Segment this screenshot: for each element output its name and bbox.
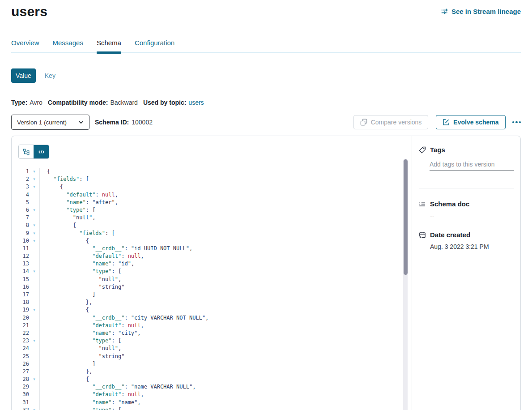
meta-item: Compatibility mode:Backward — [48, 99, 138, 106]
fold-gutter — [29, 360, 40, 368]
fold-toggle-icon[interactable]: ▾ — [29, 175, 40, 183]
code-line: 30 "default": null, — [12, 391, 412, 398]
code-line: 4 "default": null, — [12, 191, 412, 199]
fold-gutter — [29, 322, 40, 329]
code-view-button[interactable] — [34, 145, 49, 158]
compare-versions-button[interactable]: Compare versions — [353, 115, 429, 129]
code-line: 1▾{ — [12, 168, 412, 175]
tab-schema[interactable]: Schema — [97, 39, 121, 52]
meta-value: Avro — [30, 99, 43, 106]
code-line: 7 "null", — [12, 214, 412, 222]
fold-toggle-icon[interactable]: ▾ — [29, 306, 40, 314]
more-options-button[interactable] — [512, 121, 521, 124]
code-text: "name": "id", — [40, 260, 134, 268]
code-line: 20 "__crdb__": "city VARCHAR NOT NULL", — [12, 314, 412, 322]
line-number: 24 — [12, 345, 29, 352]
code-text: "null", — [40, 276, 121, 283]
tab-messages[interactable]: Messages — [53, 39, 83, 52]
line-number: 13 — [12, 260, 29, 268]
code-line: 21 "default": null, — [12, 322, 412, 329]
line-number: 17 — [12, 291, 29, 299]
code-text: { — [40, 306, 89, 314]
fold-toggle-icon[interactable]: ▾ — [29, 183, 40, 191]
code-text: "name": "name", — [40, 399, 141, 406]
line-number: 8 — [12, 222, 29, 229]
editor-scrollbar[interactable] — [403, 159, 408, 410]
fold-gutter — [29, 199, 40, 206]
code-text: { — [40, 222, 76, 229]
line-number: 6 — [12, 206, 29, 214]
code-text: "null", — [40, 214, 95, 222]
fold-gutter — [29, 299, 40, 306]
line-number: 12 — [12, 252, 29, 260]
line-number: 22 — [12, 329, 29, 337]
add-tags-input[interactable] — [430, 161, 514, 171]
fold-gutter — [29, 283, 40, 291]
fold-toggle-icon[interactable]: ▾ — [29, 376, 40, 383]
fold-toggle-icon[interactable]: ▾ — [29, 268, 40, 275]
tree-view-button[interactable] — [19, 145, 34, 158]
line-number: 10 — [12, 237, 29, 245]
code-line: 12 "default": null, — [12, 252, 412, 260]
fold-toggle-icon[interactable]: ▾ — [29, 230, 40, 237]
editor-scrollbar-thumb[interactable] — [404, 159, 408, 275]
fold-toggle-icon[interactable]: ▾ — [29, 406, 40, 410]
fold-gutter — [29, 345, 40, 352]
schema-code-editor[interactable]: 1▾{2▾ "fields": [3▾ {4 "default": null,5… — [12, 168, 412, 410]
fold-gutter — [29, 252, 40, 260]
line-number: 4 — [12, 191, 29, 199]
meta-item: Type:Avro — [11, 99, 43, 106]
code-line: 32▾ "type": [ — [12, 406, 412, 410]
fold-toggle-icon[interactable]: ▾ — [29, 168, 40, 175]
code-line: 28▾ { — [12, 376, 412, 383]
code-line: 11 "__crdb__": "id UUID NOT NULL", — [12, 245, 412, 252]
schema-id-label: Schema ID: — [95, 119, 129, 126]
evolve-schema-button[interactable]: Evolve schema — [436, 115, 505, 129]
code-line: 14▾ "type": [ — [12, 268, 412, 275]
code-text: }, — [40, 368, 92, 376]
code-text: { — [40, 237, 89, 245]
code-line: 23▾ "type": [ — [12, 337, 412, 345]
schema-code-pane: 1▾{2▾ "fields": [3▾ {4 "default": null,5… — [12, 136, 412, 410]
meta-label: Type: — [11, 99, 27, 106]
code-text: { — [40, 168, 50, 175]
code-text: }, — [40, 299, 92, 306]
tags-section-header: Tags — [419, 146, 514, 154]
value-toggle-button[interactable]: Value — [11, 68, 36, 83]
meta-value-link[interactable]: users — [188, 99, 204, 106]
tag-icon — [419, 146, 426, 154]
code-line: 15 "null", — [12, 276, 412, 283]
fold-toggle-icon[interactable]: ▾ — [29, 222, 40, 229]
code-line: 18 }, — [12, 299, 412, 306]
code-text: "string" — [40, 283, 124, 291]
code-line: 9▾ "fields": [ — [12, 230, 412, 237]
code-line: 22 "name": "city", — [12, 329, 412, 337]
fold-toggle-icon[interactable]: ▾ — [29, 206, 40, 214]
fold-toggle-icon[interactable]: ▾ — [29, 337, 40, 345]
line-number: 3 — [12, 183, 29, 191]
tab-configuration[interactable]: Configuration — [135, 39, 174, 52]
fold-toggle-icon[interactable]: ▾ — [29, 237, 40, 245]
tab-bar: OverviewMessagesSchemaConfiguration — [11, 39, 521, 53]
line-number: 15 — [12, 276, 29, 283]
code-line: 8▾ { — [12, 222, 412, 229]
stream-lineage-link[interactable]: See in Stream lineage — [441, 8, 521, 15]
key-toggle-button[interactable]: Key — [45, 72, 55, 79]
schema-id-value: 100002 — [132, 119, 153, 126]
code-text: "type": [ — [40, 268, 121, 275]
line-number: 25 — [12, 353, 29, 360]
code-text: "name": "city", — [40, 329, 141, 337]
tree-view-icon — [23, 149, 30, 155]
fold-gutter — [29, 353, 40, 360]
line-number: 11 — [12, 245, 29, 252]
code-line: 6▾ "type": [ — [12, 206, 412, 214]
code-text: "type": [ — [40, 337, 121, 345]
tab-overview[interactable]: Overview — [11, 39, 39, 52]
fold-gutter — [29, 276, 40, 283]
version-select[interactable]: Version 1 (current) — [11, 115, 89, 130]
code-text: ] — [40, 291, 95, 299]
line-number: 23 — [12, 337, 29, 345]
page-title: users — [11, 3, 47, 21]
chevron-down-icon — [78, 120, 84, 124]
code-line: 26 ] — [12, 360, 412, 368]
